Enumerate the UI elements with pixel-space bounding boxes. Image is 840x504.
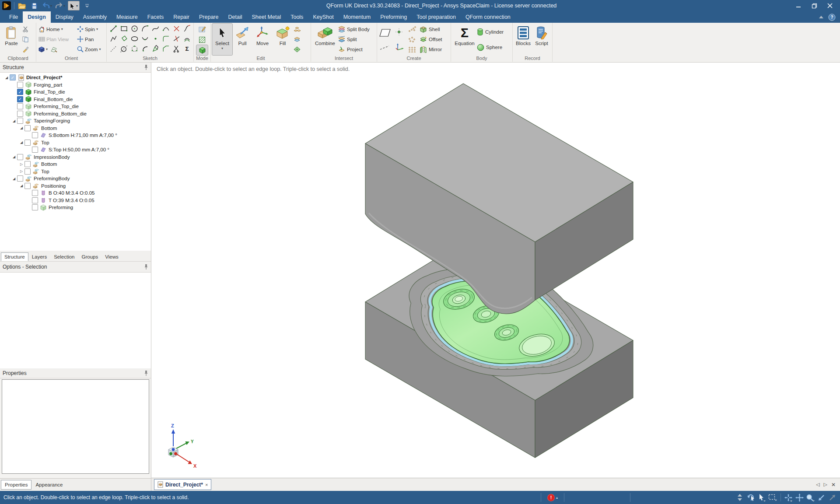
tree-item[interactable]: ◢TaperingForging <box>0 117 151 125</box>
document-tab[interactable]: Direct_Project* × <box>154 479 211 490</box>
viewport[interactable]: Click an object. Double-click to select … <box>151 63 840 491</box>
previous-tab-icon[interactable]: ◁ <box>816 482 819 487</box>
tree-expander-icon[interactable]: ◢ <box>11 177 17 181</box>
pan-button[interactable]: Pan <box>76 34 106 44</box>
ellipse-icon[interactable] <box>129 34 140 44</box>
sketch-line-icon[interactable] <box>379 45 391 50</box>
visibility-checkbox[interactable] <box>24 125 31 131</box>
visibility-checkbox[interactable] <box>24 168 31 175</box>
plane-icon[interactable] <box>379 29 391 37</box>
boxes-icon[interactable] <box>294 27 301 33</box>
solid-mode-button[interactable] <box>196 45 208 55</box>
restore-button[interactable] <box>807 1 822 10</box>
section-mode-button[interactable] <box>196 35 208 45</box>
dot-pattern-icon[interactable] <box>408 26 416 32</box>
script-button[interactable]: Script <box>532 24 551 55</box>
arc-center-icon[interactable] <box>140 44 150 54</box>
zoom-view-icon[interactable] <box>806 493 815 502</box>
properties-content[interactable] <box>2 379 149 474</box>
sweep-arc-icon[interactable] <box>140 34 150 44</box>
combine-button[interactable]: Combine <box>312 24 338 55</box>
home-button[interactable]: Home▾ <box>38 24 76 34</box>
tree-item[interactable]: Forging_part <box>0 81 151 89</box>
bend-icon[interactable] <box>161 34 171 44</box>
spin-button[interactable]: Spin▾ <box>76 24 106 34</box>
offset-button[interactable]: Offset <box>420 34 442 44</box>
pin-icon[interactable] <box>144 370 148 376</box>
tangent-arc-icon[interactable] <box>140 24 150 34</box>
tab-appearance[interactable]: Appearance <box>32 480 66 490</box>
menu-tab-tool-preparation[interactable]: Tool preparation <box>412 11 461 23</box>
pull-button[interactable]: Pull <box>232 24 252 55</box>
tree-expander-icon[interactable]: ◢ <box>11 119 17 123</box>
tree-item[interactable]: ◢Top <box>0 139 151 147</box>
visibility-checkbox[interactable] <box>17 111 23 117</box>
visibility-checkbox[interactable] <box>17 82 23 88</box>
zoom-button[interactable]: Zoom▾ <box>76 44 106 54</box>
open-button[interactable] <box>17 1 27 10</box>
grid-pattern-icon[interactable] <box>408 46 416 52</box>
close-document-icon[interactable]: × <box>205 482 208 487</box>
menu-tab-display[interactable]: Display <box>51 11 78 23</box>
circular-pattern-icon[interactable] <box>408 36 416 42</box>
menu-tab-file[interactable]: File <box>4 11 23 23</box>
tree-expander-icon[interactable]: ◢ <box>18 184 24 188</box>
move-button[interactable]: Move <box>252 24 273 55</box>
tree-item[interactable]: S:Top H:50,00 mm A:7,00 ° <box>0 146 151 154</box>
menu-tab-measure[interactable]: Measure <box>112 11 143 23</box>
tree-item[interactable]: ✓Final_Top_die <box>0 88 151 96</box>
menu-tab-keyshot[interactable]: KeyShot <box>308 11 338 23</box>
origin-point-icon[interactable] <box>395 28 404 36</box>
tab-groups[interactable]: Groups <box>78 252 102 261</box>
pan-view-icon[interactable] <box>795 493 804 502</box>
copy-icon[interactable] <box>22 36 29 42</box>
tree-item[interactable]: ◢PreformingBody <box>0 175 151 182</box>
close-tab-icon[interactable]: ✕ <box>831 482 836 488</box>
visibility-checkbox[interactable] <box>17 103 23 109</box>
split-button[interactable]: Split <box>338 34 370 44</box>
tab-views[interactable]: Views <box>102 252 122 261</box>
tab-structure[interactable]: Structure <box>1 252 28 261</box>
paste-button[interactable]: Paste <box>1 24 21 55</box>
equation-button[interactable]: Σ Equation <box>452 24 477 55</box>
tree-item[interactable]: ◢Bottom <box>0 125 151 132</box>
polyline-icon[interactable] <box>108 34 119 44</box>
view-style-button[interactable]: ▾ <box>38 44 76 54</box>
error-badge[interactable]: !▴ <box>547 494 558 501</box>
circle-three-point-icon[interactable] <box>129 44 140 54</box>
menu-tab-repair[interactable]: Repair <box>168 11 194 23</box>
line-icon[interactable] <box>108 24 119 34</box>
collapse-ribbon-icon[interactable] <box>819 15 824 19</box>
help-icon[interactable]: ? <box>828 14 836 21</box>
spin-view-icon[interactable] <box>784 493 793 502</box>
redo-button[interactable]: ▾ <box>55 1 65 10</box>
customize-toolbar-icon[interactable] <box>82 1 92 10</box>
circle-tangent-icon[interactable] <box>119 44 129 54</box>
tab-layers[interactable]: Layers <box>28 252 51 261</box>
save-button[interactable] <box>29 1 39 10</box>
visibility-checkbox[interactable] <box>32 132 38 138</box>
tree-expander-icon[interactable]: ◢ <box>4 76 10 80</box>
tree-expander-icon[interactable]: ◢ <box>18 126 24 130</box>
format-painter-icon[interactable] <box>22 46 29 52</box>
three-point-rectangle-icon[interactable] <box>119 34 129 44</box>
fill-region-icon[interactable] <box>150 44 161 54</box>
tree-item[interactable]: T O:39 M:3.4 O:0.05 <box>0 197 151 204</box>
tree-expander-icon[interactable]: ◢ <box>18 140 24 144</box>
tree-item[interactable]: ◢ImpressionBody <box>0 154 151 161</box>
menu-tab-tools[interactable]: Tools <box>286 11 308 23</box>
tree-expander-icon[interactable]: ◢ <box>11 155 17 159</box>
close-button[interactable] <box>822 1 837 10</box>
split-curve-icon[interactable] <box>171 34 182 44</box>
previous-view-icon[interactable] <box>817 493 826 502</box>
menu-tab-qform-connection[interactable]: QForm connection <box>461 11 515 23</box>
tree-item[interactable]: ◢Positioning <box>0 182 151 190</box>
trim-away-icon[interactable] <box>171 44 182 54</box>
spline-icon[interactable] <box>150 24 161 34</box>
visibility-checkbox[interactable] <box>32 197 38 203</box>
spline-edit-icon[interactable] <box>182 24 192 34</box>
box-select-icon[interactable] <box>768 493 777 502</box>
next-view-icon[interactable] <box>828 493 836 502</box>
undo-dropdown[interactable]: ▾ <box>50 4 52 8</box>
visibility-checkbox[interactable] <box>32 147 38 153</box>
